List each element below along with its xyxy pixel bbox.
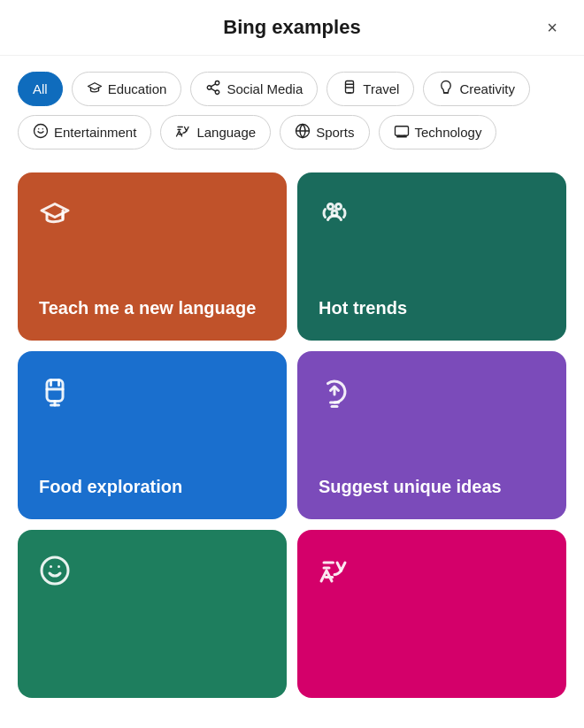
card-5[interactable] [18,530,287,698]
page-title: Bing examples [223,16,360,39]
chip-sports[interactable]: Sports [280,115,369,149]
card-ideas-label: Suggest unique ideas [319,475,545,498]
svg-line-4 [211,84,216,87]
header: Bing examples × [0,0,584,56]
card-food-label: Food exploration [39,475,265,498]
entertainment-icon [33,123,49,142]
travel-icon [342,80,357,98]
card-hot-trends[interactable]: Hot trends [297,172,566,341]
social-icon [205,80,221,98]
chip-travel[interactable]: Travel [327,72,414,106]
sports-icon [295,123,311,142]
chip-creativity[interactable]: Creativity [423,72,530,106]
svg-point-17 [328,204,334,210]
chip-social-label: Social Media [227,81,303,96]
smiley-icon [39,555,265,593]
chip-education[interactable]: Education [72,72,182,106]
mortarboard-icon [39,197,265,235]
chip-entertainment[interactable]: Entertainment [18,115,151,149]
svg-point-26 [42,557,68,584]
chip-language-label: Language [196,125,256,140]
svg-point-10 [35,125,48,138]
chip-technology[interactable]: Technology [379,115,497,149]
chip-travel-label: Travel [363,81,399,96]
card-6[interactable] [297,530,566,698]
chip-language[interactable]: Language [160,115,271,149]
chip-all-label: All [33,81,48,96]
card-suggest-ideas[interactable]: Suggest unique ideas [297,351,566,519]
close-button[interactable]: × [538,13,566,42]
chip-education-label: Education [108,81,167,96]
chip-sports-label: Sports [316,125,354,140]
filter-bar: All Education Social Media Travel Creati… [0,56,584,158]
food-icon [39,376,265,414]
chip-creativity-label: Creativity [459,81,515,96]
ideas-icon [319,376,545,414]
chip-technology-label: Technology [415,125,482,140]
technology-icon [394,123,410,142]
card-food-exploration[interactable]: Food exploration [18,351,287,519]
chip-entertainment-label: Entertainment [54,125,136,140]
education-icon [87,80,103,98]
card-teach-language-label: Teach me a new language [39,296,265,319]
card-teach-language[interactable]: Teach me a new language [18,172,287,341]
svg-point-18 [336,204,342,210]
svg-rect-15 [395,126,408,136]
svg-rect-5 [346,81,354,94]
chip-social-media[interactable]: Social Media [190,72,318,106]
chip-all[interactable]: All [18,72,63,106]
card-hot-trends-label: Hot trends [319,296,545,319]
lang2-icon [319,555,545,593]
svg-line-3 [211,88,216,91]
cards-grid: Teach me a new language Hot trends Food … [0,158,584,712]
trends-icon [319,197,545,235]
creativity-icon [438,80,454,98]
language-icon [175,123,191,142]
